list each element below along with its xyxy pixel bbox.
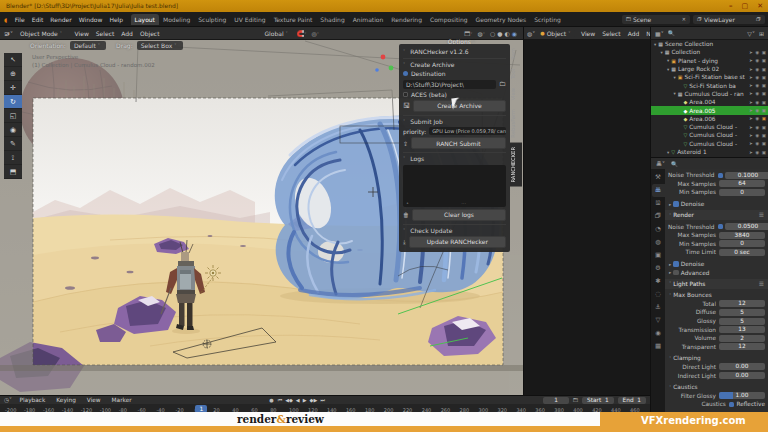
selectable-icon[interactable]: ➤ xyxy=(749,50,753,55)
selectable-icon[interactable]: ➤ xyxy=(749,125,753,130)
outliner-display-mode-icon[interactable]: ▦˅ xyxy=(655,30,664,37)
outliner-row-cumulus-cloud-ran[interactable]: ▾▦Cumulus Cloud - ran➤◉▣ xyxy=(651,90,768,98)
node-menu-add[interactable]: Add xyxy=(624,30,643,37)
prop-value[interactable]: 0.00 xyxy=(719,372,765,379)
prop-value[interactable]: 12 xyxy=(719,343,765,350)
viewport-menu-add[interactable]: Add xyxy=(118,30,137,37)
prop-denoise[interactable]: ▸Denoise xyxy=(665,260,768,269)
tool-cursor[interactable]: ⊕ xyxy=(4,67,22,81)
properties-tab-material[interactable]: ◉ xyxy=(652,327,665,340)
hide-icon[interactable]: ◉ xyxy=(755,100,759,105)
prop-max-bounces[interactable]: ˅Max Bounces xyxy=(665,291,768,300)
expand-caret[interactable] xyxy=(680,83,681,88)
expand-caret[interactable] xyxy=(680,141,681,146)
timeline-menu-keying[interactable]: Keying xyxy=(53,397,79,403)
node-editor-canvas[interactable] xyxy=(523,40,650,395)
panel-render[interactable]: ˅Render☰ xyxy=(665,210,768,220)
outliner-new-collection-icon[interactable]: ⊞ xyxy=(759,30,764,37)
selectable-icon[interactable]: ➤ xyxy=(749,75,753,80)
selectable-icon[interactable]: ➤ xyxy=(749,108,753,113)
panel-presets-icon[interactable]: ☰ xyxy=(759,281,764,287)
workspace-tab-geometry-nodes[interactable]: Geometry Nodes xyxy=(472,14,531,25)
outliner-row-cumulus-cloud-[interactable]: ▽Cumulus Cloud -➤◉▣ xyxy=(651,140,768,148)
render-visibility-icon[interactable]: ▣ xyxy=(762,91,766,96)
prop-total[interactable]: Total12 xyxy=(665,300,768,309)
workspace-tab-texture-paint[interactable]: Texture Paint xyxy=(270,14,317,25)
expand-caret[interactable]: ▾ xyxy=(667,67,669,72)
aces-checkbox[interactable] xyxy=(403,92,408,97)
viewport-menu-object[interactable]: Object xyxy=(136,30,163,37)
sidebar-tab-view[interactable]: View xyxy=(510,84,522,104)
selectable-icon[interactable]: ➤ xyxy=(749,150,753,155)
workspace-tab-modeling[interactable]: Modeling xyxy=(159,14,194,25)
submit-job-section[interactable]: Submit Job xyxy=(410,118,442,125)
menu-help[interactable]: Help xyxy=(106,16,127,23)
prop-direct-light[interactable]: Direct Light0.00 xyxy=(665,363,768,372)
expand-caret[interactable]: ▾ xyxy=(667,150,669,155)
properties-search-icon[interactable]: 🔍 xyxy=(671,161,678,167)
properties-tab-object-data[interactable]: ▽ xyxy=(652,314,665,327)
hide-icon[interactable]: ◉ xyxy=(755,133,759,138)
hide-icon[interactable]: ◉ xyxy=(755,75,759,80)
preview-range-icon[interactable]: 🗔 xyxy=(573,397,578,403)
workspace-tab-sculpting[interactable]: Sculpting xyxy=(194,14,230,25)
outliner-row-sci-fi-station-base-st[interactable]: ▾▣Sci-Fi Station base st➤◉▣ xyxy=(651,73,768,81)
properties-tab-output[interactable]: 🖻 xyxy=(652,197,665,210)
prop-glossy[interactable]: Glossy5 xyxy=(665,317,768,326)
outliner-row-area-005[interactable]: ◆Area.005➤◉▣ xyxy=(651,106,768,114)
workspace-tab-shading[interactable]: Shading xyxy=(316,14,348,25)
prop-value[interactable]: 3840 xyxy=(719,232,765,239)
properties-tab-texture[interactable]: ▦ xyxy=(652,340,665,353)
menu-render[interactable]: Render xyxy=(47,16,75,23)
workspace-tab-layout[interactable]: Layout xyxy=(131,14,159,25)
outliner-row-sci-fi-station-ba[interactable]: ▽Sci-Fi Station ba➤◉▣ xyxy=(651,81,768,89)
snap-icon[interactable]: 🧲˅ xyxy=(297,30,309,37)
expand-caret[interactable] xyxy=(680,116,681,121)
proportional-edit-icon[interactable]: ◎˅ xyxy=(312,30,322,37)
logs-section[interactable]: Logs xyxy=(410,155,424,162)
create-archive-section[interactable]: Create Archive xyxy=(410,61,454,68)
node-editor-mode[interactable]: ●Object˅ xyxy=(537,30,575,37)
prop-time-limit[interactable]: Time Limit0 sec xyxy=(665,248,768,257)
sidebar-tab-rebusfarm[interactable]: RebusFarm xyxy=(510,105,522,142)
render-visibility-icon[interactable]: ▣ xyxy=(762,58,766,63)
render-visibility-icon[interactable]: ▣ xyxy=(762,50,766,55)
next-keyframe-button[interactable]: ◆▶ xyxy=(310,397,318,403)
advanced-checkbox[interactable] xyxy=(673,270,679,276)
tool-move[interactable]: ✛ xyxy=(4,81,22,95)
clear-logs-button[interactable]: Clear logs xyxy=(412,209,506,221)
timeline-menu-view[interactable]: View xyxy=(83,397,104,403)
outliner-row-area-004[interactable]: ◆Area.004➤◉▣ xyxy=(651,98,768,106)
denoise-checkbox[interactable] xyxy=(673,201,679,207)
prop-value[interactable]: 1.00 xyxy=(719,392,765,399)
node-menu-node[interactable]: Node xyxy=(643,30,650,37)
render-visibility-icon[interactable]: ▣ xyxy=(762,100,766,105)
rendered-shading-icon[interactable]: ◉ xyxy=(512,30,517,37)
prop-caustics[interactable]: CausticsReflective xyxy=(665,400,768,409)
frame-start-field[interactable]: Start 1 xyxy=(582,397,614,404)
outliner-row-large-rock-02[interactable]: ▾▦Large Rock 02➤◉▣ xyxy=(651,65,768,73)
expand-caret[interactable]: ▾ xyxy=(667,58,669,63)
prop-checkbox[interactable] xyxy=(718,224,724,230)
properties-tab-world[interactable]: ◍ xyxy=(652,236,665,249)
prop-value[interactable]: 5 xyxy=(719,309,765,316)
hide-icon[interactable]: ◉ xyxy=(755,108,759,113)
tool-select-box[interactable]: ⭦ xyxy=(4,53,22,67)
node-menu-view[interactable]: View xyxy=(577,30,598,37)
expand-caret[interactable] xyxy=(680,100,681,105)
hide-icon[interactable]: ◉ xyxy=(755,91,759,96)
expand-caret[interactable]: ▾ xyxy=(674,75,676,80)
menu-file[interactable]: File xyxy=(11,16,28,23)
menu-edit[interactable]: Edit xyxy=(28,16,47,23)
tool-measure[interactable]: ⟟ xyxy=(4,151,22,165)
selectable-icon[interactable]: ➤ xyxy=(749,91,753,96)
tool-transform[interactable]: ◉ xyxy=(4,123,22,137)
solid-shading-icon[interactable]: ● xyxy=(497,30,502,37)
timeline-menu-playback[interactable]: Playback xyxy=(16,397,49,403)
outliner-filter-icon[interactable]: ▽˅ xyxy=(747,30,755,37)
outliner-row-cumulus-cloud-[interactable]: ▽Cumulus Cloud -➤◉▣ xyxy=(651,131,768,139)
prop-checkbox[interactable] xyxy=(729,402,735,408)
selectable-icon[interactable]: ➤ xyxy=(749,141,753,146)
render-visibility-icon[interactable]: ▣ xyxy=(762,150,766,155)
transform-orientation-dropdown[interactable]: Global˅ xyxy=(260,29,293,38)
